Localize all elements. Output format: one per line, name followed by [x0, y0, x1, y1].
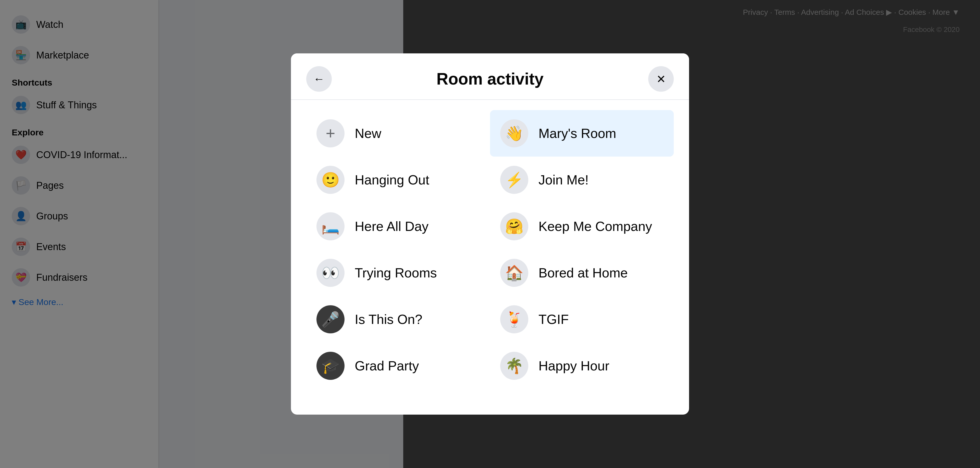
back-arrow-icon: ←: [313, 73, 325, 85]
modal-title: Room activity: [332, 69, 648, 88]
microphone-emoji-icon: 🎤: [321, 311, 340, 328]
activity-item-trying-rooms[interactable]: 👀 Trying Rooms: [306, 249, 490, 296]
room-activity-modal: ← Room activity ✕ + New 👋 Mary's Room: [291, 53, 689, 415]
here-all-day-icon-circle: 🛏️: [317, 212, 345, 240]
activity-label-keep-me-company: Keep Me Company: [538, 219, 652, 234]
close-icon: ✕: [656, 73, 666, 86]
lightning-emoji-icon: ⚡: [505, 171, 523, 188]
palm-tree-emoji-icon: 🌴: [505, 357, 523, 374]
wave-emoji-icon: 👋: [505, 125, 523, 142]
activity-label-is-this-on: Is This On?: [355, 311, 422, 327]
activity-label-grad-party: Grad Party: [355, 358, 419, 374]
activity-label-hanging-out: Hanging Out: [355, 172, 429, 187]
is-this-on-icon-circle: 🎤: [317, 305, 345, 333]
activity-label-marys-room: Mary's Room: [538, 126, 616, 141]
hugging-emoji-icon: 🤗: [505, 218, 523, 235]
tgif-icon-circle: 🍹: [500, 305, 528, 333]
activity-label-happy-hour: Happy Hour: [538, 358, 609, 374]
activity-item-happy-hour[interactable]: 🌴 Happy Hour: [490, 343, 674, 389]
plus-icon: +: [326, 124, 335, 143]
grad-party-icon-circle: 🎓: [317, 352, 345, 380]
modal-close-button[interactable]: ✕: [648, 66, 674, 92]
marys-room-icon-circle: 👋: [500, 119, 528, 147]
activity-item-marys-room[interactable]: 👋 Mary's Room: [490, 110, 674, 157]
eyes-emoji-icon: 👀: [321, 264, 340, 281]
new-icon-circle: +: [317, 119, 345, 147]
activity-item-grad-party[interactable]: 🎓 Grad Party: [306, 343, 490, 389]
smile-emoji-icon: 🙂: [321, 171, 340, 188]
bored-at-home-icon-circle: 🏠: [500, 259, 528, 287]
modal-overlay: ← Room activity ✕ + New 👋 Mary's Room: [0, 0, 980, 468]
modal-header: ← Room activity ✕: [291, 53, 689, 100]
activity-label-trying-rooms: Trying Rooms: [355, 265, 437, 281]
activity-label-here-all-day: Here All Day: [355, 219, 428, 234]
activity-item-keep-me-company[interactable]: 🤗 Keep Me Company: [490, 203, 674, 249]
activity-item-bored-at-home[interactable]: 🏠 Bored at Home: [490, 249, 674, 296]
activity-label-tgif: TGIF: [538, 311, 569, 327]
activity-item-join-me[interactable]: ⚡ Join Me!: [490, 157, 674, 203]
activity-item-is-this-on[interactable]: 🎤 Is This On?: [306, 296, 490, 343]
activity-grid: + New 👋 Mary's Room 🙂 Hanging Out: [291, 100, 689, 399]
activity-item-hanging-out[interactable]: 🙂 Hanging Out: [306, 157, 490, 203]
cocktail-emoji-icon: 🍹: [505, 311, 523, 328]
activity-label-join-me: Join Me!: [538, 172, 589, 187]
activity-item-tgif[interactable]: 🍹 TGIF: [490, 296, 674, 343]
graduation-emoji-icon: 🎓: [321, 357, 340, 374]
activity-item-new[interactable]: + New: [306, 110, 490, 157]
activity-label-new: New: [355, 126, 381, 141]
happy-hour-icon-circle: 🌴: [500, 352, 528, 380]
activity-label-bored-at-home: Bored at Home: [538, 265, 628, 281]
join-me-icon-circle: ⚡: [500, 166, 528, 194]
bed-emoji-icon: 🛏️: [321, 218, 340, 235]
trying-rooms-icon-circle: 👀: [317, 259, 345, 287]
hanging-out-icon-circle: 🙂: [317, 166, 345, 194]
keep-me-company-icon-circle: 🤗: [500, 212, 528, 240]
modal-back-button[interactable]: ←: [306, 66, 332, 92]
activity-item-here-all-day[interactable]: 🛏️ Here All Day: [306, 203, 490, 249]
house-emoji-icon: 🏠: [505, 264, 523, 281]
